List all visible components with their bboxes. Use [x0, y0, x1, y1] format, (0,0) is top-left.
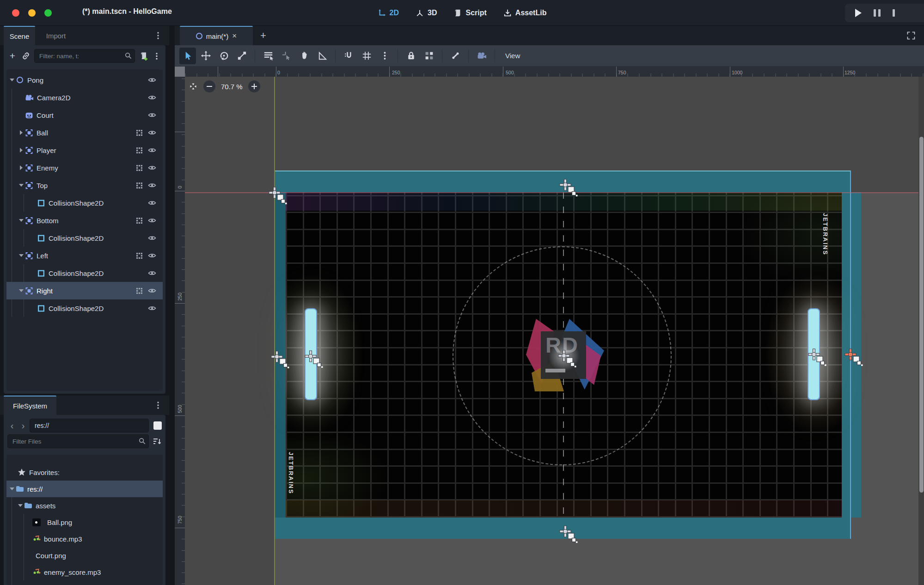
tree-row-bottom[interactable]: Bottom [6, 212, 163, 229]
origin-gizmo[interactable] [269, 187, 287, 205]
file-row-court-png[interactable]: Court.png [6, 547, 163, 564]
close-tab-icon[interactable]: × [232, 31, 237, 41]
expand-icon[interactable] [18, 130, 25, 135]
grouped-icon[interactable] [136, 253, 142, 259]
bottom-wall-gizmo[interactable] [559, 525, 578, 544]
rotate-tool-button[interactable] [215, 48, 232, 64]
close-window-button[interactable] [12, 9, 19, 17]
expand-icon[interactable] [18, 165, 25, 170]
visibility-eye-icon[interactable] [148, 218, 156, 223]
file-row-ball-png[interactable]: Ball.png [6, 514, 163, 530]
collapse-icon[interactable] [8, 488, 16, 490]
skeleton-options-button[interactable] [447, 48, 464, 64]
play-button[interactable] [855, 9, 862, 17]
visibility-eye-icon[interactable] [148, 253, 156, 258]
zoom-in-button[interactable] [248, 80, 260, 92]
collapse-icon[interactable] [18, 219, 25, 222]
file-row-bounce-mp3[interactable]: bounce.mp3 [6, 530, 163, 547]
tree-row-player[interactable]: Player [6, 141, 163, 159]
scene-filter-input[interactable] [34, 49, 135, 63]
scrollbar-thumb[interactable] [919, 137, 924, 493]
visibility-eye-icon[interactable] [148, 270, 156, 276]
dock-menu-button[interactable] [157, 402, 159, 411]
scale-tool-button[interactable] [233, 48, 250, 64]
view-menu-button[interactable]: View [500, 52, 526, 60]
file-row-assets[interactable]: assets [6, 497, 163, 514]
grid-snap-button[interactable] [358, 48, 375, 64]
new-scene-tab-button[interactable]: + [260, 30, 266, 42]
tree-row-ball[interactable]: Ball [6, 124, 163, 141]
camera-preview-button[interactable] [473, 48, 490, 64]
tree-row-collisionshape2d[interactable]: CollisionShape2D [6, 299, 163, 317]
select-tool-button[interactable] [179, 48, 196, 64]
tab-2d[interactable]: 2D [378, 9, 399, 17]
nav-forward-button[interactable]: › [18, 419, 28, 433]
visibility-eye-icon[interactable] [148, 147, 156, 153]
measure-tool-button[interactable] [314, 48, 330, 64]
zoom-level-label[interactable]: 70.7 % [221, 83, 243, 91]
list-select-button[interactable] [260, 48, 276, 64]
tree-row-enemy[interactable]: Enemy [6, 159, 163, 177]
tree-row-camera2d[interactable]: Camera2D [6, 89, 163, 106]
visibility-eye-icon[interactable] [148, 305, 156, 311]
visibility-eye-icon[interactable] [148, 235, 156, 241]
tab-main-scene[interactable]: main(*) × [180, 26, 253, 45]
dock-menu-button[interactable] [157, 32, 159, 41]
minimize-window-button[interactable] [28, 9, 36, 17]
tree-row-court[interactable]: Court [6, 106, 163, 124]
lock-selected-button[interactable] [403, 48, 419, 64]
scene-tree-menu-button[interactable] [152, 49, 162, 63]
zoom-out-button[interactable] [203, 80, 215, 92]
zoom-window-button[interactable] [44, 9, 52, 17]
collapse-icon[interactable] [8, 79, 16, 81]
collapse-icon[interactable] [18, 184, 25, 187]
tab-assetlib[interactable]: AssetLib [503, 9, 547, 17]
pan-tool-button[interactable] [296, 48, 312, 64]
visibility-eye-icon[interactable] [148, 165, 156, 171]
tree-row-collisionshape2d[interactable]: CollisionShape2D [6, 194, 163, 212]
tab-import[interactable]: Import [35, 26, 77, 45]
left-wall-gizmo[interactable] [271, 351, 289, 369]
visibility-eye-icon[interactable] [148, 77, 156, 83]
grouped-icon[interactable] [136, 183, 142, 189]
collapse-icon[interactable] [18, 289, 25, 292]
snap-options-button[interactable] [376, 48, 393, 64]
visibility-eye-icon[interactable] [148, 95, 156, 100]
collapse-icon[interactable] [17, 504, 24, 507]
2d-viewport-canvas[interactable]: RD JETBRAINS JETBRAINS 70.7 % [185, 77, 924, 585]
nav-back-button[interactable]: ‹ [7, 419, 17, 433]
visibility-eye-icon[interactable] [148, 112, 156, 118]
file-row-favorites[interactable]: Favorites: [6, 464, 163, 481]
ball-gizmo[interactable] [558, 350, 576, 368]
expand-viewport-button[interactable] [906, 31, 916, 42]
sort-files-button[interactable] [152, 434, 162, 448]
file-row-res-selected[interactable]: res:// [6, 481, 163, 497]
grouped-icon[interactable] [136, 165, 142, 171]
file-filter-input[interactable] [7, 434, 149, 448]
visibility-eye-icon[interactable] [148, 200, 156, 206]
tree-row-top[interactable]: Top [6, 177, 163, 194]
position-select-button[interactable] [278, 48, 294, 64]
add-node-button[interactable]: + [7, 49, 18, 63]
top-wall-gizmo[interactable] [559, 179, 578, 197]
grouped-icon[interactable] [136, 218, 142, 224]
collapse-icon[interactable] [18, 254, 25, 257]
pause-button[interactable] [874, 9, 881, 17]
grouped-icon[interactable] [136, 147, 142, 153]
right-wall-gizmo-selected[interactable] [844, 348, 863, 367]
file-row-partial[interactable] [6, 580, 163, 585]
tree-row-pong[interactable]: Pong [6, 71, 163, 89]
smart-snap-button[interactable] [340, 48, 357, 64]
center-view-icon[interactable] [189, 82, 198, 91]
split-mode-toggle[interactable] [153, 421, 162, 430]
enemy-gizmo[interactable] [808, 348, 826, 367]
file-row-enemy-score-mp3[interactable]: enemy_score.mp3 [6, 564, 163, 580]
move-tool-button[interactable] [197, 48, 214, 64]
tab-scene[interactable]: Scene [4, 26, 35, 45]
attach-script-button[interactable] [138, 49, 148, 63]
tree-row-right-selected[interactable]: Right [6, 282, 163, 299]
tab-script[interactable]: Script [453, 9, 486, 17]
stop-button-partial[interactable] [893, 9, 895, 17]
player-gizmo[interactable] [305, 350, 323, 369]
visibility-eye-icon[interactable] [148, 288, 156, 293]
